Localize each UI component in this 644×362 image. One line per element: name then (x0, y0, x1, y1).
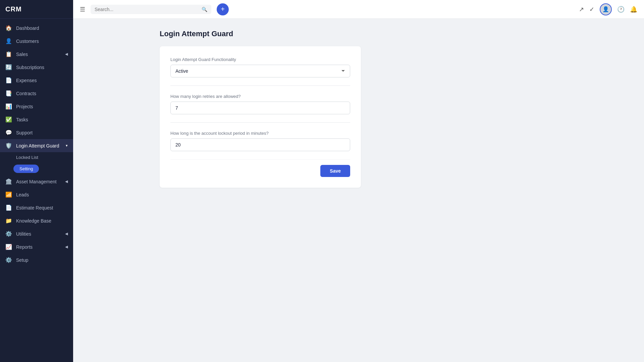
functionality-label: Login Attempt Guard Functionality (170, 57, 350, 62)
sidebar-item-label: Sales (16, 52, 28, 57)
retries-label: How many login retries are allowed? (170, 94, 350, 99)
sidebar-item-label: Tasks (16, 117, 28, 122)
estimate-icon: 📄 (5, 204, 12, 211)
check-icon[interactable]: ✓ (589, 6, 594, 13)
sidebar-item-label: Projects (16, 104, 33, 109)
chevron-left-icon: ◀ (65, 52, 68, 56)
save-button[interactable]: Save (320, 165, 350, 177)
divider-1 (170, 85, 350, 86)
contracts-icon: 📑 (5, 90, 12, 97)
sidebar-item-estimate-request[interactable]: 📄 Estimate Request (0, 201, 73, 214)
utilities-icon: ⚙️ (5, 231, 12, 237)
chevron-left-icon: ◀ (65, 232, 68, 236)
search-box: 🔍 (91, 5, 211, 14)
sidebar-item-label: Knowledge Base (16, 218, 51, 224)
sidebar-item-subscriptions[interactable]: 🔄 Subscriptions (0, 61, 73, 74)
sidebar-item-label: Asset Management (16, 179, 57, 184)
setup-icon: ⚙️ (5, 257, 12, 263)
chevron-left-icon: ◀ (65, 245, 68, 249)
sidebar-subitem-setting[interactable]: Setting (0, 163, 73, 175)
sidebar-subitem-locked-list[interactable]: Locked List (0, 152, 73, 163)
leads-icon: 📶 (5, 191, 12, 198)
knowledge-base-icon: 📁 (5, 218, 12, 224)
sidebar-item-label: Subscriptions (16, 65, 44, 70)
customers-icon: 👤 (5, 38, 12, 44)
sidebar-item-tasks[interactable]: ✅ Tasks (0, 113, 73, 126)
sales-icon: 📋 (5, 51, 12, 57)
sidebar: CRM 🏠 Dashboard 👤 Customers 📋 Sales ◀ 🔄 … (0, 0, 73, 362)
search-icon: 🔍 (202, 7, 207, 12)
retries-input[interactable] (170, 102, 350, 114)
sidebar-item-label: Dashboard (16, 25, 39, 31)
sidebar-item-label: Contracts (16, 91, 36, 96)
expenses-icon: 📄 (5, 77, 12, 83)
form-card: Login Attempt Guard Functionality Active… (160, 46, 361, 188)
sidebar-item-label: Login Attempt Guard (16, 143, 59, 148)
sidebar-item-setup[interactable]: ⚙️ Setup (0, 253, 73, 266)
lockout-input[interactable] (170, 138, 350, 151)
lockout-label: How long is the account lockout period i… (170, 131, 350, 136)
asset-management-icon: 🏛️ (5, 178, 12, 185)
card-footer: Save (170, 159, 350, 177)
sidebar-item-reports[interactable]: 📈 Reports ◀ (0, 240, 73, 253)
sidebar-item-knowledge-base[interactable]: 📁 Knowledge Base (0, 214, 73, 227)
reports-icon: 📈 (5, 244, 12, 250)
locked-list-label: Locked List (16, 155, 38, 160)
sidebar-nav: 🏠 Dashboard 👤 Customers 📋 Sales ◀ 🔄 Subs… (0, 19, 73, 362)
topbar: ☰ 🔍 + ↗ ✓ 👤 🕐 🔔 (73, 0, 644, 19)
search-input[interactable] (95, 7, 199, 12)
sidebar-logo: CRM (0, 0, 73, 19)
divider-2 (170, 122, 350, 123)
share-icon[interactable]: ↗ (579, 6, 584, 13)
retries-group: How many login retries are allowed? (170, 94, 350, 114)
main-content: Login Attempt Guard Login Attempt Guard … (146, 19, 644, 362)
sidebar-item-label: Customers (16, 39, 39, 44)
clock-icon[interactable]: 🕐 (617, 6, 625, 13)
tasks-icon: ✅ (5, 116, 12, 123)
projects-icon: 📊 (5, 103, 12, 110)
shield-icon: 🛡️ (5, 142, 12, 149)
sidebar-item-customers[interactable]: 👤 Customers (0, 35, 73, 48)
sidebar-item-label: Setup (16, 257, 29, 263)
page-title: Login Attempt Guard (160, 29, 631, 38)
sidebar-item-expenses[interactable]: 📄 Expenses (0, 74, 73, 87)
home-icon: 🏠 (5, 25, 12, 31)
avatar[interactable]: 👤 (600, 3, 612, 15)
bell-icon[interactable]: 🔔 (630, 6, 637, 13)
chevron-down-icon: ▾ (66, 143, 68, 148)
topbar-actions: ↗ ✓ 👤 🕐 🔔 (579, 3, 637, 15)
sidebar-item-support[interactable]: 💬 Support (0, 126, 73, 139)
sidebar-item-projects[interactable]: 📊 Projects (0, 100, 73, 113)
sidebar-item-label: Estimate Request (16, 205, 53, 210)
setting-pill[interactable]: Setting (13, 165, 39, 173)
subscriptions-icon: 🔄 (5, 64, 12, 70)
sidebar-item-utilities[interactable]: ⚙️ Utilities ◀ (0, 227, 73, 240)
sidebar-item-label: Utilities (16, 231, 31, 237)
sidebar-item-label: Leads (16, 192, 29, 197)
sidebar-item-dashboard[interactable]: 🏠 Dashboard (0, 21, 73, 35)
functionality-select[interactable]: Active Inactive (170, 65, 350, 77)
sidebar-item-label: Support (16, 130, 33, 135)
sidebar-item-label: Expenses (16, 78, 37, 83)
chevron-left-icon: ◀ (65, 179, 68, 184)
sidebar-item-leads[interactable]: 📶 Leads (0, 188, 73, 201)
lockout-group: How long is the account lockout period i… (170, 131, 350, 151)
logo-text: CRM (5, 5, 22, 13)
sidebar-item-login-attempt-guard[interactable]: 🛡️ Login Attempt Guard ▾ (0, 139, 73, 152)
hamburger-icon[interactable]: ☰ (80, 6, 85, 13)
support-icon: 💬 (5, 129, 12, 136)
functionality-group: Login Attempt Guard Functionality Active… (170, 57, 350, 77)
plus-icon: + (221, 5, 225, 13)
sidebar-item-contracts[interactable]: 📑 Contracts (0, 87, 73, 100)
sidebar-item-sales[interactable]: 📋 Sales ◀ (0, 48, 73, 61)
sidebar-item-label: Reports (16, 244, 33, 250)
add-button[interactable]: + (217, 3, 229, 15)
sidebar-item-asset-management[interactable]: 🏛️ Asset Management ◀ (0, 175, 73, 188)
